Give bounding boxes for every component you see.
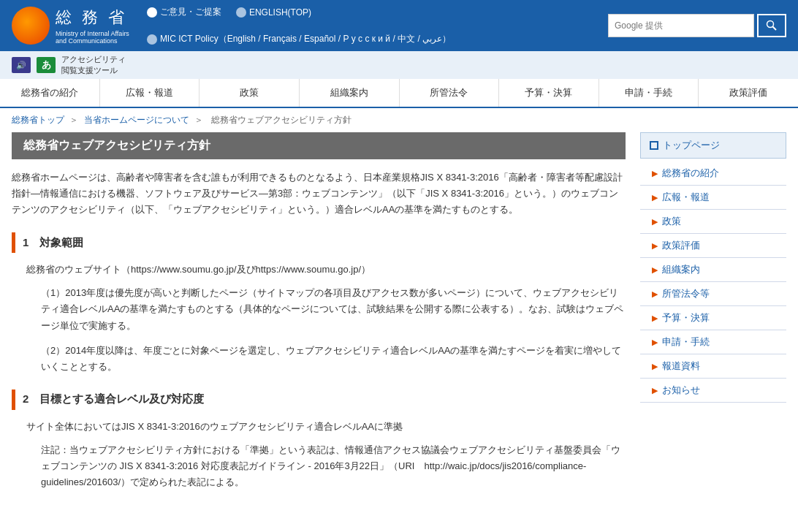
logo-text: 総 務 省 Ministry of Internal Affairsand Co… bbox=[56, 7, 129, 45]
sidebar-item-press[interactable]: ▶ 報道資料 bbox=[640, 354, 786, 379]
breadcrumb-sep1: ＞ bbox=[69, 115, 80, 125]
arrow-icon-press: ▶ bbox=[652, 362, 658, 371]
breadcrumb: 総務省トップ ＞ 当省ホームページについて ＞ 総務省ウェブアクセシビリティ方針 bbox=[0, 108, 798, 132]
nav-item-evaluation[interactable]: 政策評価 bbox=[699, 79, 798, 107]
search-button[interactable] bbox=[757, 14, 786, 37]
section1-item2: （2）2014年度以降は、年度ごとに対象ページを選定し、ウェブアクセシビリティ適… bbox=[41, 343, 626, 375]
audio-icon[interactable]: 🔊 bbox=[12, 57, 31, 73]
search-icon bbox=[766, 20, 778, 31]
accessibility-bar: 🔊 あ アクセシビリティ閲覧支援ツール bbox=[0, 51, 798, 79]
section1-scope: 総務省のウェブサイト（https://www.soumu.go.jp/及びhtt… bbox=[26, 262, 626, 278]
nav-item-law[interactable]: 所管法令 bbox=[400, 79, 500, 107]
sidebar-item-budget[interactable]: ▶ 予算・決算 bbox=[640, 306, 786, 330]
svg-point-0 bbox=[767, 21, 774, 28]
sidebar-item-org[interactable]: ▶ 組織案内 bbox=[640, 258, 786, 282]
logo-sub: Ministry of Internal Affairsand Communic… bbox=[56, 30, 129, 45]
arrow-icon-org: ▶ bbox=[652, 265, 658, 275]
sidebar-item-notice[interactable]: ▶ お知らせ bbox=[640, 379, 786, 403]
sidebar-label-intro[interactable]: 総務省の紹介 bbox=[662, 167, 719, 180]
section1-heading: 1 対象範囲 bbox=[23, 236, 83, 250]
text-size-icon[interactable]: あ bbox=[37, 57, 56, 73]
arrow-icon-notice: ▶ bbox=[652, 386, 658, 395]
sidebar-label-org[interactable]: 組織案内 bbox=[662, 263, 700, 276]
accessibility-label: アクセシビリティ閲覧支援ツール bbox=[61, 54, 126, 76]
sidebar-item-intro[interactable]: ▶ 総務省の紹介 bbox=[640, 162, 786, 186]
nav-item-application[interactable]: 申請・手続 bbox=[599, 79, 699, 107]
section1-item1: （1）2013年度は優先度が高いと判断したページ（サイトマップの各項目及びアクセ… bbox=[41, 285, 626, 333]
sidebar-item-policy[interactable]: ▶ 政策 bbox=[640, 210, 786, 234]
sidebar-item-application[interactable]: ▶ 申請・手続 bbox=[640, 330, 786, 354]
sidebar-label-budget[interactable]: 予算・決算 bbox=[662, 311, 710, 324]
sidebar-label-policy[interactable]: 政策 bbox=[662, 215, 681, 228]
nav-item-org[interactable]: 組織案内 bbox=[300, 79, 400, 107]
nav-item-intro[interactable]: 総務省の紹介 bbox=[0, 79, 100, 107]
section-bar bbox=[12, 232, 15, 253]
section-bar2 bbox=[12, 390, 15, 410]
sidebar-item-evaluation[interactable]: ▶ 政策評価 bbox=[640, 234, 786, 258]
ict-link-icon bbox=[147, 34, 157, 45]
header: 総 務 省 Ministry of Internal Affairsand Co… bbox=[0, 0, 798, 51]
logo-kanji: 総 務 省 bbox=[56, 7, 129, 28]
section2-item1: 注記：当ウェブアクセシビリティ方針における「準拠」という表記は、情報通信アクセス… bbox=[41, 442, 626, 490]
sidebar-label-law[interactable]: 所管法令等 bbox=[662, 287, 710, 300]
sidebar-top-link[interactable]: トップページ bbox=[663, 139, 720, 152]
section2-title: 2 目標とする適合レベル及び対応度 bbox=[12, 390, 626, 410]
sidebar-item-law[interactable]: ▶ 所管法令等 bbox=[640, 282, 786, 306]
arrow-icon-eval: ▶ bbox=[652, 241, 658, 251]
svg-line-1 bbox=[773, 27, 777, 31]
logo-icon bbox=[12, 7, 50, 45]
breadcrumb-home[interactable]: 総務省トップ bbox=[12, 115, 64, 125]
sidebar-label-evaluation[interactable]: 政策評価 bbox=[662, 239, 700, 252]
nav-item-budget[interactable]: 予算・決算 bbox=[499, 79, 599, 107]
arrow-icon-intro: ▶ bbox=[652, 169, 658, 178]
page-title: 総務省ウェブアクセシビリティ方針 bbox=[12, 132, 626, 159]
nav-item-policy[interactable]: 政策 bbox=[200, 79, 300, 107]
sidebar-label-news[interactable]: 広報・報道 bbox=[662, 191, 710, 204]
sidebar-label-application[interactable]: 申請・手続 bbox=[662, 335, 710, 349]
header-links: ご意見・ご提案 ENGLISH(TOP) MIC ICT Policy（Engl… bbox=[147, 6, 590, 45]
main-nav: 総務省の紹介 広報・報道 政策 組織案内 所管法令 予算・決算 申請・手続 政策… bbox=[0, 79, 798, 108]
english-link-icon bbox=[236, 7, 246, 18]
breadcrumb-sep2: ＞ bbox=[194, 115, 205, 125]
arrow-icon-budget: ▶ bbox=[652, 314, 658, 323]
breadcrumb-about[interactable]: 当省ホームページについて bbox=[84, 115, 189, 125]
section2-scope: サイト全体においてはJIS X 8341-3:2016のウェブアクセシビリティ適… bbox=[26, 419, 626, 435]
breadcrumb-current: 総務省ウェブアクセシビリティ方針 bbox=[211, 115, 352, 125]
nav-item-news[interactable]: 広報・報道 bbox=[100, 79, 200, 107]
main-text: 総務省ホームページは、高齢者や障害者を含む誰もが利用できるものとなるよう、日本産… bbox=[12, 170, 626, 218]
top-square-icon bbox=[650, 141, 658, 150]
sidebar-item-news[interactable]: ▶ 広報・報道 bbox=[640, 186, 786, 210]
sidebar-top[interactable]: トップページ bbox=[640, 132, 786, 159]
sidebar: トップページ ▶ 総務省の紹介 ▶ 広報・報道 ▶ 政策 ▶ 政策評価 ▶ 組織… bbox=[640, 132, 786, 499]
search-input[interactable] bbox=[608, 14, 754, 37]
opinion-link-icon bbox=[147, 7, 157, 18]
section2-heading: 2 目標とする適合レベル及び対応度 bbox=[23, 392, 204, 406]
main-layout: 総務省ウェブアクセシビリティ方針 総務省ホームページは、高齢者や障害者を含む誰も… bbox=[0, 132, 798, 514]
search-area bbox=[608, 14, 786, 37]
arrow-icon-law: ▶ bbox=[652, 289, 658, 299]
arrow-icon-app: ▶ bbox=[652, 338, 658, 347]
arrow-icon-policy: ▶ bbox=[652, 217, 658, 227]
logo-area: 総 務 省 Ministry of Internal Affairsand Co… bbox=[12, 7, 129, 45]
english-link[interactable]: ENGLISH(TOP) bbox=[236, 7, 311, 18]
opinion-link[interactable]: ご意見・ご提案 bbox=[147, 6, 221, 18]
content-area: 総務省ウェブアクセシビリティ方針 総務省ホームページは、高齢者や障害者を含む誰も… bbox=[12, 132, 640, 499]
arrow-icon-news: ▶ bbox=[652, 193, 658, 202]
ict-policy-link[interactable]: MIC ICT Policy（English / Français / Espa… bbox=[147, 33, 451, 45]
sidebar-label-notice[interactable]: お知らせ bbox=[662, 384, 700, 397]
sidebar-label-press[interactable]: 報道資料 bbox=[662, 360, 700, 373]
section1-title: 1 対象範囲 bbox=[12, 232, 626, 253]
